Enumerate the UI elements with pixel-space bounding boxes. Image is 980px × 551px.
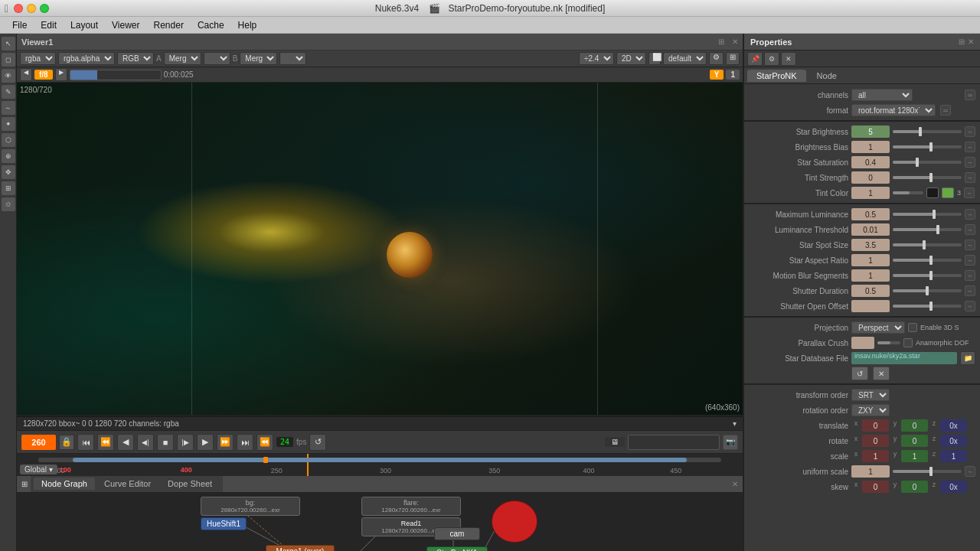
- star-db-clear[interactable]: ✕: [873, 367, 890, 380]
- node-graph-area[interactable]: bg: 2880x720.00260...exr HueShift1 flare…: [17, 493, 743, 551]
- viewer-extra[interactable]: [628, 435, 720, 450]
- star-saturation-input[interactable]: [851, 156, 890, 168]
- merge-a-op[interactable]: [204, 52, 230, 65]
- star-spot-size-input[interactable]: [851, 239, 890, 251]
- star-db-browse[interactable]: 📁: [960, 351, 975, 365]
- menu-cache[interactable]: Cache: [191, 18, 230, 32]
- skew-z[interactable]: [940, 481, 967, 493]
- props-close[interactable]: ✕: [968, 37, 974, 46]
- max-luminance-slider[interactable]: [893, 213, 962, 216]
- lut-select[interactable]: default: [663, 52, 707, 65]
- star-db-path[interactable]: insav.nuke/sky2a.star: [851, 352, 957, 364]
- viewer-canvas[interactable]: 1280/720 (640x360): [17, 83, 743, 415]
- tab-dope-sheet[interactable]: Dope Sheet: [160, 478, 220, 490]
- star-aspect-ratio-anim[interactable]: ～: [965, 255, 975, 266]
- node-red[interactable]: [492, 500, 537, 543]
- sidebar-btn-paint[interactable]: ✦: [2, 117, 15, 131]
- gain-select[interactable]: ÷2.4: [579, 52, 614, 65]
- status-expand[interactable]: ▾: [733, 419, 737, 428]
- props-settings[interactable]: ⚙: [764, 52, 779, 66]
- translate-z[interactable]: [940, 419, 967, 432]
- star-brightness-slider[interactable]: [893, 130, 962, 133]
- wipe-btn[interactable]: ⬜: [648, 52, 661, 65]
- menu-render[interactable]: Render: [148, 18, 190, 32]
- colorspace-select[interactable]: RGB: [117, 52, 154, 65]
- shutter-offset-anim[interactable]: ～: [965, 301, 975, 311]
- tint-strength-input[interactable]: [851, 171, 890, 184]
- tint-color-black[interactable]: [926, 187, 939, 198]
- pb-next-key[interactable]: ⏩: [217, 434, 234, 451]
- node-bg[interactable]: bg: 2880x720.00260...exr: [201, 497, 300, 516]
- pb-prev[interactable]: ◀: [117, 434, 134, 451]
- star-spot-size-anim[interactable]: ～: [965, 240, 975, 250]
- star-brightness-input[interactable]: [851, 126, 890, 138]
- motion-blur-slider[interactable]: [893, 274, 962, 277]
- star-db-reload[interactable]: ↺: [851, 367, 868, 380]
- pb-stop[interactable]: ■: [157, 434, 174, 451]
- tint-strength-anim[interactable]: ～: [965, 172, 975, 183]
- viewer-close[interactable]: ✕: [732, 37, 738, 46]
- sidebar-btn-edit[interactable]: ✎: [2, 85, 15, 99]
- frame-input[interactable]: [21, 435, 56, 450]
- sidebar-btn-clone[interactable]: ⊕: [2, 149, 15, 163]
- viewer-overlay-btn[interactable]: ⊞: [726, 52, 740, 65]
- star-aspect-ratio-slider[interactable]: [893, 259, 962, 262]
- uniform-scale-input[interactable]: [851, 465, 890, 478]
- star-aspect-ratio-input[interactable]: [851, 254, 890, 266]
- scale-x[interactable]: [862, 450, 889, 462]
- tab-node[interactable]: Node: [808, 70, 846, 82]
- tint-color-green[interactable]: [942, 187, 954, 198]
- sidebar-btn-arrow[interactable]: ↖: [2, 37, 15, 51]
- uniform-scale-anim[interactable]: ～: [965, 466, 975, 477]
- viewer-snapshot[interactable]: 📷: [723, 435, 738, 450]
- pb-last[interactable]: ⏭: [237, 434, 253, 451]
- pb-play[interactable]: ▶: [197, 434, 214, 451]
- channels-select[interactable]: rgba: [20, 52, 56, 65]
- tint-color-slider[interactable]: [893, 191, 923, 194]
- node-hueshift[interactable]: HueShift1: [201, 517, 247, 530]
- rotation-order-dropdown[interactable]: ZXY: [851, 404, 890, 416]
- brightness-bias-input[interactable]: [851, 141, 890, 153]
- uniform-scale-slider[interactable]: [893, 470, 962, 473]
- rotate-y[interactable]: [901, 435, 928, 447]
- luminance-threshold-input[interactable]: [851, 223, 890, 236]
- frame-display[interactable]: f/8: [34, 70, 53, 80]
- pb-step-back[interactable]: ◀|: [137, 434, 154, 451]
- menu-layout[interactable]: Layout: [64, 18, 104, 32]
- props-pin[interactable]: 📌: [747, 52, 763, 66]
- sidebar-btn-curve[interactable]: ～: [2, 101, 15, 115]
- node-merge1[interactable]: Merge1 (over): [266, 545, 335, 551]
- lock-button[interactable]: 🔒: [59, 435, 74, 450]
- scale-y[interactable]: [901, 450, 928, 462]
- menu-viewer[interactable]: Viewer: [106, 18, 145, 32]
- max-luminance-input[interactable]: [851, 208, 890, 220]
- sidebar-btn-star[interactable]: ✩: [2, 197, 15, 211]
- merge-b-select[interactable]: Merg: [240, 52, 277, 65]
- anamorphic-dof-checkbox[interactable]: [903, 338, 913, 347]
- ng-close[interactable]: ✕: [732, 480, 738, 488]
- frame-next-btn[interactable]: ▶: [55, 68, 67, 81]
- parallax-crush-input[interactable]: [851, 337, 874, 349]
- tab-curve-editor[interactable]: Curve Editor: [96, 478, 158, 490]
- viewer-settings-btn[interactable]: ⚙: [709, 52, 724, 65]
- menu-edit[interactable]: Edit: [34, 18, 63, 32]
- pb-first[interactable]: ⏮: [77, 434, 94, 451]
- timeline-current-marker[interactable]: [263, 457, 268, 463]
- view-select[interactable]: 2D: [616, 52, 646, 65]
- ng-panel-expand[interactable]: ⊞: [21, 480, 28, 488]
- node-starpro[interactable]: StarProNK1(all): [426, 546, 488, 551]
- format-dropdown[interactable]: root.format 980x551: [851, 104, 936, 116]
- viewer-expand[interactable]: ⊞: [718, 37, 724, 46]
- merge-a-select[interactable]: Merg: [164, 52, 201, 65]
- rotate-z[interactable]: [940, 435, 967, 447]
- channels-dropdown[interactable]: all: [851, 89, 913, 101]
- frame-number[interactable]: Y: [710, 70, 724, 80]
- tab-starpronk[interactable]: StarProNK: [747, 70, 806, 82]
- tint-color-anim[interactable]: ～: [964, 187, 975, 198]
- node-cam[interactable]: cam: [434, 527, 480, 540]
- channel-alpha-select[interactable]: rgba.alpha: [58, 52, 115, 65]
- props-close2[interactable]: ✕: [781, 52, 796, 66]
- transform-order-dropdown[interactable]: SRT: [851, 389, 890, 401]
- global-select[interactable]: Global ▾: [20, 465, 57, 474]
- shutter-duration-anim[interactable]: ～: [965, 285, 975, 296]
